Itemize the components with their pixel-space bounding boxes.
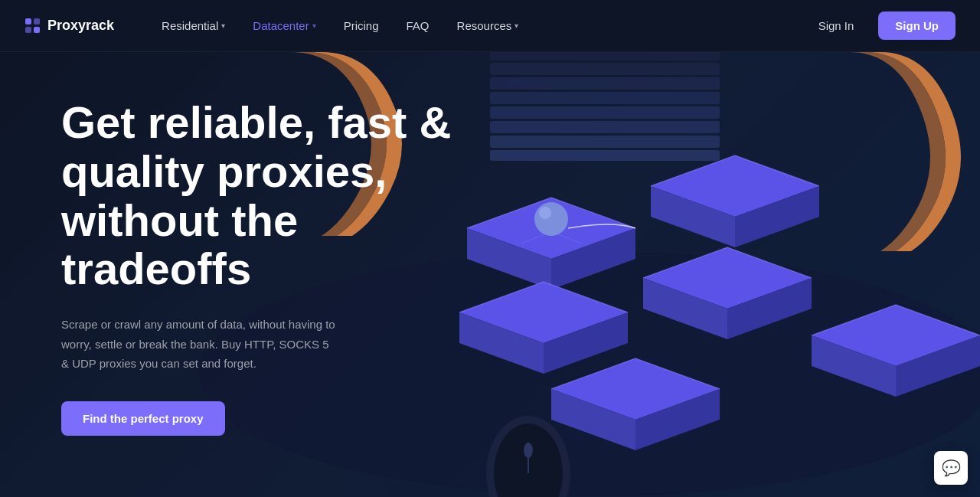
svg-rect-12	[490, 150, 720, 161]
svg-rect-0	[25, 18, 31, 25]
tile-3	[459, 282, 628, 374]
tile-1	[467, 198, 635, 289]
logo-text: Proxyrack	[47, 18, 114, 34]
svg-rect-3	[34, 27, 40, 33]
svg-point-18	[524, 443, 533, 458]
tile-6	[812, 305, 980, 397]
tile-4	[643, 247, 812, 339]
svg-rect-1	[34, 18, 40, 25]
cta-button[interactable]: Find the perfect proxy	[61, 401, 225, 436]
svg-rect-6	[490, 63, 720, 75]
sign-up-button[interactable]: Sign Up	[878, 11, 956, 40]
svg-point-16	[494, 423, 563, 497]
nav-item-resources[interactable]: Resources ▾	[446, 13, 530, 38]
nav-item-residential[interactable]: Residential ▾	[151, 13, 236, 38]
nav-actions: Sign In Sign Up	[806, 11, 956, 40]
chat-widget[interactable]: 💬	[934, 451, 968, 485]
chevron-down-icon: ▾	[312, 21, 316, 30]
orange-arch-right	[850, 52, 961, 251]
main-content: Get reliable, fast & quality proxies, wi…	[0, 52, 980, 497]
hero-section: Get reliable, fast & quality proxies, wi…	[61, 98, 475, 436]
svg-point-13	[534, 202, 568, 236]
chevron-down-icon: ▾	[514, 21, 518, 30]
svg-point-15	[486, 416, 570, 497]
nav-links: Residential ▾ Datacenter ▾ Pricing FAQ R…	[151, 13, 806, 38]
sign-in-button[interactable]: Sign In	[806, 13, 867, 38]
svg-rect-5	[490, 52, 720, 60]
mouse-shape	[486, 416, 570, 497]
tile-5	[551, 358, 720, 450]
nav-item-pricing[interactable]: Pricing	[333, 13, 390, 38]
tile-2	[651, 155, 819, 247]
chat-icon: 💬	[942, 459, 961, 477]
svg-rect-8	[490, 92, 720, 104]
hero-description: Scrape or crawl any amount of data, with…	[61, 315, 337, 374]
svg-rect-11	[490, 136, 720, 148]
svg-rect-7	[490, 77, 720, 90]
svg-rect-10	[490, 121, 720, 133]
nav-item-faq[interactable]: FAQ	[396, 13, 440, 38]
navbar: Proxyrack Residential ▾ Datacenter ▾ Pri…	[0, 0, 980, 52]
nav-item-datacenter[interactable]: Datacenter ▾	[242, 13, 326, 38]
svg-point-14	[539, 207, 551, 219]
chevron-down-icon: ▾	[221, 21, 225, 30]
logo[interactable]: Proxyrack	[24, 18, 114, 34]
svg-rect-9	[490, 106, 720, 119]
svg-rect-2	[25, 27, 31, 33]
hero-title: Get reliable, fast & quality proxies, wi…	[61, 98, 475, 293]
logo-icon	[24, 18, 41, 34]
